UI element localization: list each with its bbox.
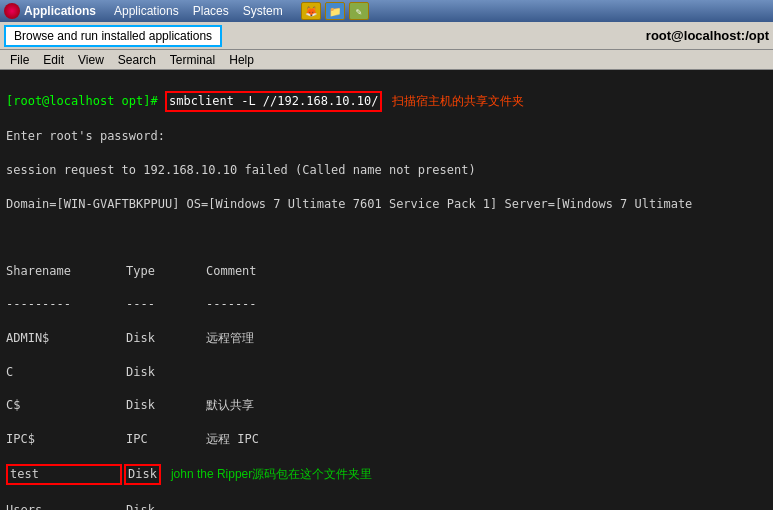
terminal-line-blank [6, 229, 767, 246]
app-icon [4, 3, 20, 19]
terminal-line-ipcs: IPC$ IPC 远程 IPC [6, 431, 767, 448]
terminal-line-test: test Disk john the Ripper源码包在这个文件夹里 [6, 464, 767, 485]
statusbar: Browse and run installed applications ro… [0, 22, 773, 50]
menu-file[interactable]: File [4, 51, 35, 69]
menu-terminal[interactable]: Terminal [164, 51, 221, 69]
menubar: File Edit View Search Terminal Help [0, 50, 773, 70]
firefox-icon[interactable]: 🦊 [301, 2, 321, 20]
terminal-line-cs: C$ Disk 默认共享 [6, 397, 767, 414]
nav-items: Applications Places System [108, 2, 289, 20]
menu-edit[interactable]: Edit [37, 51, 70, 69]
terminal-line-admins: ADMIN$ Disk 远程管理 [6, 330, 767, 347]
scan-annotation: 扫描宿主机的共享文件夹 [392, 93, 524, 110]
terminal-line-2: Enter root's password: [6, 128, 767, 145]
terminal-line-3: session request to 192.168.10.10 failed … [6, 162, 767, 179]
title-text: Applications [24, 4, 96, 18]
nav-icons: 🦊 📁 ✎ [301, 2, 369, 20]
menu-view[interactable]: View [72, 51, 110, 69]
terminal[interactable]: [root@localhost opt]# smbclient -L //192… [0, 70, 773, 510]
terminal-line-1: [root@localhost opt]# smbclient -L //192… [6, 91, 767, 112]
nav-places[interactable]: Places [187, 2, 235, 20]
browse-text: Browse and run installed applications [4, 25, 222, 47]
terminal-line-header: Sharename Type Comment [6, 263, 767, 280]
nav-applications[interactable]: Applications [108, 2, 185, 20]
menu-help[interactable]: Help [223, 51, 260, 69]
terminal-line-4: Domain=[WIN-GVAFTBKPPUU] OS=[Windows 7 U… [6, 196, 767, 213]
terminal-line-users: Users Disk [6, 502, 767, 510]
test-row: test [6, 464, 122, 485]
terminal-line-sep: --------- ---- ------- [6, 296, 767, 313]
smbclient-cmd: smbclient -L //192.168.10.10/ [165, 91, 383, 112]
menu-search[interactable]: Search [112, 51, 162, 69]
john-annotation: john the Ripper源码包在这个文件夹里 [171, 466, 372, 483]
folder-icon[interactable]: 📁 [325, 2, 345, 20]
nav-system[interactable]: System [237, 2, 289, 20]
test-disk: Disk [124, 464, 161, 485]
root-label: root@localhost:/opt [646, 28, 769, 43]
edit-icon[interactable]: ✎ [349, 2, 369, 20]
titlebar: Applications Applications Places System … [0, 0, 773, 22]
terminal-line-c: C Disk [6, 364, 767, 381]
